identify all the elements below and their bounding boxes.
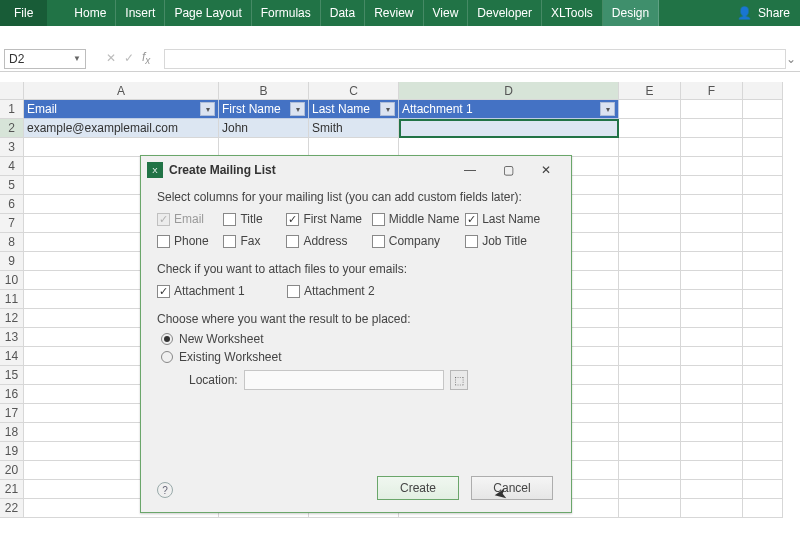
row-header-1[interactable]: 1 bbox=[0, 100, 24, 119]
tab-formulas[interactable]: Formulas bbox=[252, 0, 321, 26]
table-header-last-name[interactable]: Last Name▾ bbox=[309, 100, 399, 119]
filter-icon[interactable]: ▾ bbox=[290, 102, 305, 116]
share-button[interactable]: 👤 Share bbox=[727, 0, 800, 26]
cell[interactable] bbox=[743, 252, 783, 271]
cell[interactable] bbox=[619, 157, 681, 176]
row-header-6[interactable]: 6 bbox=[0, 195, 24, 214]
table-header-email[interactable]: Email▾ bbox=[24, 100, 219, 119]
cell[interactable] bbox=[681, 252, 743, 271]
checkbox-title[interactable]: Title bbox=[223, 212, 286, 226]
filter-icon[interactable]: ▾ bbox=[200, 102, 215, 116]
cell[interactable] bbox=[619, 480, 681, 499]
cell[interactable] bbox=[743, 290, 783, 309]
tab-insert[interactable]: Insert bbox=[116, 0, 165, 26]
cell[interactable] bbox=[619, 366, 681, 385]
tab-review[interactable]: Review bbox=[365, 0, 423, 26]
checkbox-middle-name[interactable]: Middle Name bbox=[372, 212, 465, 226]
maximize-button[interactable]: ▢ bbox=[489, 163, 527, 177]
table-header-first-name[interactable]: First Name▾ bbox=[219, 100, 309, 119]
row-header-8[interactable]: 8 bbox=[0, 233, 24, 252]
cell[interactable] bbox=[743, 423, 783, 442]
cell[interactable] bbox=[743, 366, 783, 385]
location-input[interactable] bbox=[244, 370, 444, 390]
create-button[interactable]: Create bbox=[377, 476, 459, 500]
cell[interactable] bbox=[743, 214, 783, 233]
tab-design[interactable]: Design bbox=[603, 0, 659, 26]
row-header-9[interactable]: 9 bbox=[0, 252, 24, 271]
tab-page-layout[interactable]: Page Layout bbox=[165, 0, 251, 26]
col-header-e[interactable]: E bbox=[619, 82, 681, 100]
col-header-c[interactable]: C bbox=[309, 82, 399, 100]
filter-icon[interactable]: ▾ bbox=[600, 102, 615, 116]
cell-c2[interactable]: Smith bbox=[309, 119, 399, 138]
cell[interactable] bbox=[743, 328, 783, 347]
dialog-titlebar[interactable]: X Create Mailing List — ▢ ✕ bbox=[141, 156, 571, 184]
tab-xltools[interactable]: XLTools bbox=[542, 0, 603, 26]
row-header-4[interactable]: 4 bbox=[0, 157, 24, 176]
close-button[interactable]: ✕ bbox=[527, 163, 565, 177]
cell[interactable] bbox=[681, 309, 743, 328]
cell-e1[interactable] bbox=[619, 100, 681, 119]
formula-expand-icon[interactable]: ⌄ bbox=[786, 52, 800, 66]
cell[interactable] bbox=[681, 404, 743, 423]
row-header-21[interactable]: 21 bbox=[0, 480, 24, 499]
cell[interactable] bbox=[619, 499, 681, 518]
cell[interactable] bbox=[743, 157, 783, 176]
cell[interactable] bbox=[681, 195, 743, 214]
cancel-formula-icon[interactable]: ✕ bbox=[106, 51, 116, 65]
cell[interactable] bbox=[619, 176, 681, 195]
cell[interactable] bbox=[681, 366, 743, 385]
cell[interactable] bbox=[619, 309, 681, 328]
checkbox-address[interactable]: Address bbox=[286, 234, 371, 248]
row-header-13[interactable]: 13 bbox=[0, 328, 24, 347]
chevron-down-icon[interactable]: ▼ bbox=[73, 54, 81, 63]
range-picker-button[interactable]: ⬚ bbox=[450, 370, 468, 390]
cancel-button[interactable]: Cancel bbox=[471, 476, 553, 500]
cell[interactable] bbox=[743, 271, 783, 290]
row-header-10[interactable]: 10 bbox=[0, 271, 24, 290]
fx-icon[interactable]: fx bbox=[142, 50, 150, 66]
minimize-button[interactable]: — bbox=[451, 163, 489, 177]
tab-developer[interactable]: Developer bbox=[468, 0, 542, 26]
cell-g2[interactable] bbox=[743, 119, 783, 138]
cell[interactable] bbox=[681, 328, 743, 347]
radio-new-worksheet[interactable]: New Worksheet bbox=[161, 332, 555, 346]
cell[interactable] bbox=[619, 233, 681, 252]
cell[interactable] bbox=[743, 385, 783, 404]
col-header-g[interactable] bbox=[743, 82, 783, 100]
checkbox-first-name[interactable]: First Name bbox=[286, 212, 371, 226]
cell[interactable] bbox=[619, 328, 681, 347]
row-header-17[interactable]: 17 bbox=[0, 404, 24, 423]
cell-f1[interactable] bbox=[681, 100, 743, 119]
cell[interactable] bbox=[743, 138, 783, 157]
radio-existing-worksheet[interactable]: Existing Worksheet bbox=[161, 350, 555, 364]
cell-d2-active[interactable] bbox=[399, 119, 619, 138]
cell[interactable] bbox=[619, 385, 681, 404]
cell-a2[interactable]: example@examplemail.com bbox=[24, 119, 219, 138]
row-header-11[interactable]: 11 bbox=[0, 290, 24, 309]
table-header-attachment1[interactable]: Attachment 1▾ bbox=[399, 100, 619, 119]
cell[interactable] bbox=[743, 442, 783, 461]
col-header-a[interactable]: A bbox=[24, 82, 219, 100]
cell[interactable] bbox=[743, 309, 783, 328]
row-header-12[interactable]: 12 bbox=[0, 309, 24, 328]
cell[interactable] bbox=[743, 404, 783, 423]
cell[interactable] bbox=[619, 461, 681, 480]
cell-b2[interactable]: John bbox=[219, 119, 309, 138]
cell[interactable] bbox=[681, 176, 743, 195]
row-header-18[interactable]: 18 bbox=[0, 423, 24, 442]
row-header-5[interactable]: 5 bbox=[0, 176, 24, 195]
cell[interactable] bbox=[681, 499, 743, 518]
filter-icon[interactable]: ▾ bbox=[380, 102, 395, 116]
cell[interactable] bbox=[743, 176, 783, 195]
cell[interactable] bbox=[619, 347, 681, 366]
help-button[interactable]: ? bbox=[157, 482, 173, 498]
checkbox-attachment-1[interactable]: Attachment 1 bbox=[157, 284, 287, 298]
tab-view[interactable]: View bbox=[424, 0, 469, 26]
cell[interactable] bbox=[619, 423, 681, 442]
cell[interactable] bbox=[743, 347, 783, 366]
checkbox-company[interactable]: Company bbox=[372, 234, 465, 248]
cell[interactable] bbox=[681, 214, 743, 233]
checkbox-phone[interactable]: Phone bbox=[157, 234, 223, 248]
cell[interactable] bbox=[619, 138, 681, 157]
